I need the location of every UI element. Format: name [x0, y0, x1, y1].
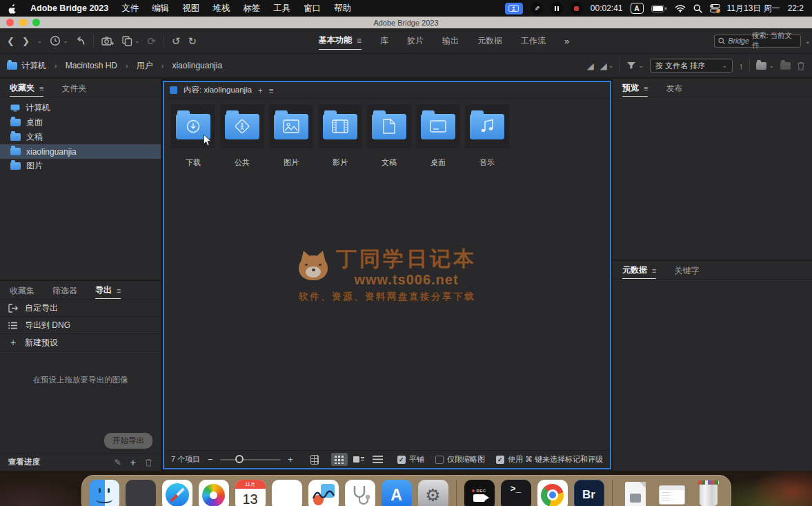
folder-tile-public[interactable]: 公共 — [220, 104, 264, 168]
thumbnail-size-slider[interactable] — [220, 459, 281, 460]
copy-files-button[interactable]: ⌄ — [122, 36, 140, 46]
dock-trash-icon[interactable] — [693, 480, 724, 506]
dock-diagnostics-icon[interactable] — [345, 480, 375, 506]
dock-photos-icon[interactable] — [199, 480, 229, 506]
workspace-overflow-button[interactable]: » — [564, 36, 569, 46]
panel-menu-icon[interactable]: ≡ — [652, 266, 656, 275]
view-list-button[interactable] — [370, 453, 386, 466]
favorite-item-computer[interactable]: 计算机 — [0, 101, 161, 115]
favorite-item-home[interactable]: xiaolinguanjia — [0, 144, 161, 159]
menu-file[interactable]: 文件 — [121, 3, 139, 14]
dock-window-file-icon[interactable] — [657, 480, 687, 506]
tab-export[interactable]: 导出 ≡ — [95, 281, 121, 299]
folder-tile-music[interactable]: 音乐 — [465, 104, 509, 168]
zoom-in-button[interactable]: + — [288, 454, 293, 465]
workspace-tab-metadata[interactable]: 元数据 — [477, 32, 502, 50]
dock-settings-icon[interactable]: ⚙ — [418, 480, 448, 506]
battery-icon[interactable] — [651, 5, 667, 12]
panel-menu-icon[interactable]: ≡ — [117, 286, 121, 295]
tab-publish[interactable]: 发布 — [666, 79, 682, 97]
breadcrumb-current-folder[interactable]: xiaolinguanjia — [172, 61, 222, 70]
search-input[interactable]: Bridge 搜索: 当前文件 — [714, 35, 801, 48]
dock-safari-icon[interactable] — [162, 480, 192, 506]
tab-filter[interactable]: 筛选器 — [52, 282, 77, 299]
workspace-menu-icon[interactable]: ≡ — [357, 36, 362, 46]
photo-downloader-button[interactable] — [101, 36, 115, 46]
toolbar-edge-menu-icon[interactable]: ⌄ — [805, 37, 811, 45]
folder-tile-movies[interactable]: 影片 — [318, 104, 362, 168]
folder-tile-pictures[interactable]: 图片 — [269, 104, 313, 168]
workspace-tab-libraries[interactable]: 库 — [380, 32, 388, 50]
refresh-button[interactable]: ⟳ — [147, 36, 156, 46]
recording-timer[interactable]: 00:02:41 — [591, 3, 623, 13]
start-export-button[interactable]: 开始导出 — [104, 433, 152, 449]
favorite-item-pictures[interactable]: 图片 — [0, 159, 161, 173]
export-item-new-preset[interactable]: + 新建预设 — [0, 334, 161, 351]
sort-dropdown[interactable]: 按 文件名 排序 ⌄ — [650, 59, 733, 72]
favorite-item-documents[interactable]: 文稿 — [0, 130, 161, 144]
undo-button[interactable]: ↺ — [172, 36, 181, 46]
folder-tile-desktop[interactable]: 桌面 — [416, 104, 460, 168]
menubar-date[interactable]: 11月13日 周一 — [727, 3, 780, 14]
workspace-tab-workflow[interactable]: 工作流 — [521, 32, 546, 50]
tab-favorites[interactable]: 收藏夹 ≡ — [10, 79, 43, 97]
edit-preset-icon[interactable]: ✎ — [115, 458, 121, 467]
stop-recording-icon[interactable] — [571, 2, 583, 14]
nav-dropdown-icon[interactable]: ⌄ — [37, 37, 43, 44]
export-item-dng[interactable]: 导出到 DNG — [0, 317, 161, 334]
dock-terminal-icon[interactable]: >_ — [501, 480, 531, 506]
menu-view[interactable]: 视图 — [182, 3, 199, 14]
dock-app-store-icon[interactable]: A — [382, 480, 412, 506]
control-center-icon[interactable] — [710, 4, 720, 13]
new-folder-button[interactable] — [780, 62, 791, 70]
dock-medal-app-icon[interactable] — [308, 480, 339, 506]
favorite-item-desktop[interactable]: 桌面 — [0, 115, 161, 130]
menu-label[interactable]: 标签 — [243, 3, 260, 14]
open-recent-folder-button[interactable]: ⌄ — [756, 62, 774, 70]
filter-button[interactable]: ⌄ — [626, 61, 644, 70]
slider-knob[interactable] — [235, 455, 244, 463]
spotlight-search-icon[interactable] — [693, 4, 702, 13]
sort-ascending-button[interactable]: ↑ — [739, 61, 744, 70]
filter-by-rating-icon[interactable]: ◢ — [587, 61, 594, 70]
checkbox-thumbnail-only[interactable]: 仅限缩略图 — [435, 454, 485, 465]
workspace-tab-output[interactable]: 输出 — [442, 32, 459, 50]
input-method-indicator[interactable]: A — [631, 3, 644, 14]
boomerang-button[interactable] — [76, 36, 86, 46]
dock-chrome-icon[interactable] — [537, 480, 568, 506]
menu-help[interactable]: 帮助 — [334, 3, 351, 14]
zoom-out-button[interactable]: − — [208, 454, 213, 465]
tab-preview[interactable]: 预览 ≡ — [622, 79, 648, 97]
delete-preset-button[interactable] — [145, 458, 152, 467]
wifi-icon[interactable] — [675, 4, 686, 12]
workspace-tab-filmstrip[interactable]: 胶片 — [407, 32, 424, 50]
menu-stacks[interactable]: 堆栈 — [212, 3, 230, 14]
add-content-tab-icon[interactable]: + — [258, 86, 263, 95]
grid-lock-icon[interactable] — [310, 455, 319, 465]
dock-finder-icon[interactable] — [89, 480, 119, 506]
breadcrumb-users[interactable]: 用户 — [137, 60, 153, 72]
view-grid-button[interactable] — [331, 453, 348, 466]
tab-keywords[interactable]: 关键字 — [674, 262, 699, 279]
breadcrumb-macintosh-hd[interactable]: Macintosh HD — [66, 61, 117, 70]
content-menu-icon[interactable]: ≡ — [269, 86, 274, 95]
folder-tile-documents[interactable]: 文稿 — [367, 104, 411, 168]
forward-button[interactable]: ❯ — [22, 37, 30, 46]
checkbox-tile-view[interactable]: ✓ 平铺 — [397, 454, 424, 465]
recent-files-button[interactable]: ⌄ — [50, 35, 68, 46]
menu-tools[interactable]: 工具 — [273, 3, 290, 14]
menubar-app-name[interactable]: Adobe Bridge 2023 — [30, 3, 108, 13]
redo-button[interactable]: ↻ — [188, 36, 197, 46]
dock-screen-recorder-icon[interactable]: REC — [464, 480, 495, 506]
workspace-tab-essentials[interactable]: 基本功能 ≡ — [319, 32, 362, 50]
dock-calendar-icon[interactable]: 11月 13 — [235, 480, 266, 506]
add-preset-icon[interactable]: + — [130, 457, 136, 468]
screen-sharing-icon[interactable] — [505, 3, 523, 14]
dock-notes-icon[interactable] — [272, 480, 302, 506]
annotate-icon[interactable]: ✎ — [531, 2, 543, 14]
delete-item-button[interactable] — [797, 61, 805, 70]
menu-window[interactable]: 窗口 — [304, 3, 321, 14]
back-button[interactable]: ❮ — [7, 37, 14, 46]
view-details-button[interactable] — [350, 453, 367, 466]
rating-dropdown[interactable]: ◢ ⌄ — [600, 61, 614, 70]
